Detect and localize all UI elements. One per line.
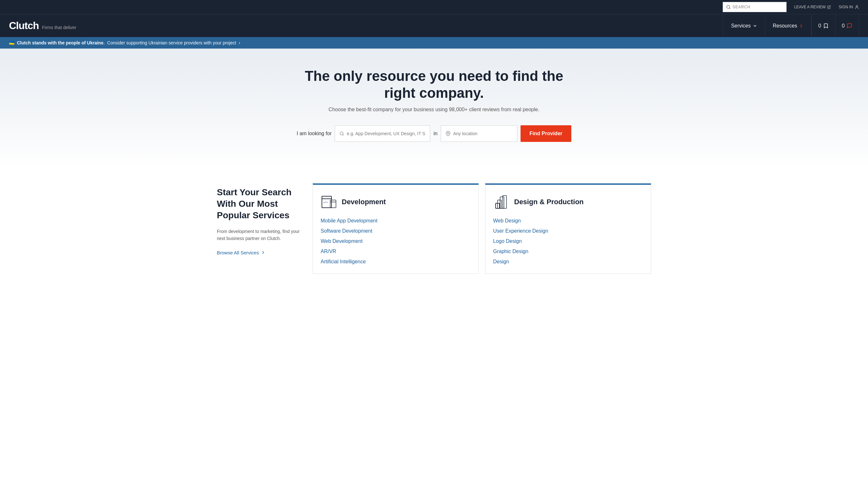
nav-items: Services Resources 0 0 [723,14,859,37]
find-provider-button[interactable]: Find Provider [521,125,571,142]
design-card-title: Design & Production [514,198,584,206]
bookmark-icon [823,23,829,29]
ukraine-chevron: › [239,40,240,46]
location-input-wrap[interactable] [441,125,517,142]
design-link-4[interactable]: Graphic Design [493,249,643,254]
svg-rect-9 [330,200,336,208]
design-link-1[interactable]: Web Design [493,218,643,224]
logo: Clutch [9,20,39,32]
nav-services[interactable]: Services [723,14,765,37]
hero-search-bar: I am looking for in Find Provider [297,125,571,142]
service-search-icon [339,131,344,136]
chevron-right-icon [799,24,804,28]
in-label: in [433,131,437,137]
search-icon [726,5,731,9]
user-icon [855,5,859,9]
dev-card-title: Development [342,198,386,206]
service-search-wrap[interactable] [335,125,430,142]
services-intro: Start Your Search With Our Most Popular … [217,183,313,256]
svg-rect-14 [503,196,506,208]
location-input[interactable] [453,131,509,136]
svg-point-5 [447,132,449,133]
nav-resources[interactable]: Resources [765,14,811,37]
dev-card-header: </> Development [321,194,471,210]
dev-link-4[interactable]: AR/VR [321,249,471,254]
design-card: Design & Production Web Design User Expe… [485,183,651,274]
logo-tagline: Firms that deliver [42,25,76,30]
ukraine-bold-text: Clutch stands with the people of Ukraine… [17,40,105,46]
design-link-3[interactable]: Logo Design [493,238,643,244]
message-counter[interactable]: 0 [835,14,859,37]
top-bar: LEAVE A REVIEW SIGN IN [0,0,868,14]
leave-review-link[interactable]: LEAVE A REVIEW [794,5,831,9]
main-nav: Clutch Firms that deliver Services Resou… [0,14,868,37]
top-search-box[interactable] [723,2,786,12]
ukraine-banner[interactable]: 🇺🇦 Clutch stands with the people of Ukra… [0,37,868,49]
logo-area[interactable]: Clutch Firms that deliver [9,20,76,32]
dev-card-links: Mobile App Development Software Developm… [321,218,471,265]
dev-link-3[interactable]: Web Development [321,238,471,244]
development-icon: </> [321,194,337,210]
design-icon [493,194,510,210]
services-description: From development to marketing, find your… [217,228,300,242]
services-inner: Start Your Search With Our Most Popular … [217,183,651,274]
service-search-input[interactable] [347,131,425,136]
design-link-5[interactable]: Design [493,259,643,265]
sign-in-link[interactable]: SIGN IN [839,5,859,9]
location-pin-icon [445,131,451,136]
pencil-icon [827,5,831,9]
dev-link-2[interactable]: Software Development [321,228,471,234]
bookmark-counter[interactable]: 0 [811,14,835,37]
design-card-header: Design & Production [493,194,643,210]
top-search-input[interactable] [733,5,777,9]
dev-link-5[interactable]: Artificial Intelligence [321,259,471,265]
development-card: </> Development Mobile App Development S… [313,183,479,274]
chevron-down-icon [753,24,757,28]
services-heading: Start Your Search With Our Most Popular … [217,187,300,221]
hero-heading: The only resource you need to find the r… [290,68,578,101]
ukraine-rest-text: Consider supporting Ukrainian service pr… [107,40,236,46]
svg-line-4 [343,134,344,135]
hero-section: The only resource you need to find the r… [0,49,868,168]
message-icon [847,23,852,29]
svg-rect-13 [500,197,504,208]
arrow-right-icon [261,250,266,255]
hero-subheading: Choose the best-fit company for your bus… [9,107,859,113]
design-link-2[interactable]: User Experience Design [493,228,643,234]
services-section: Start Your Search With Our Most Popular … [0,168,868,280]
svg-line-1 [730,8,731,9]
svg-point-2 [856,5,858,7]
search-bar-label: I am looking for [297,131,332,137]
service-cards: </> Development Mobile App Development S… [313,183,651,274]
dev-link-1[interactable]: Mobile App Development [321,218,471,224]
svg-text:</>: </> [323,201,328,204]
ukraine-flag: 🇺🇦 [9,40,14,46]
browse-all-services-link[interactable]: Browse All Services [217,250,300,256]
design-card-links: Web Design User Experience Design Logo D… [493,218,643,265]
